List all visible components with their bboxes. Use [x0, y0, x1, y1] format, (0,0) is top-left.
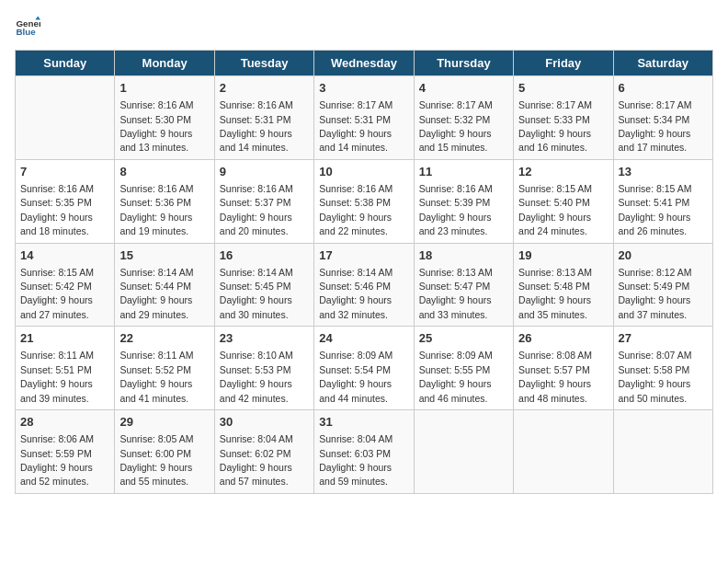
day-number: 19	[518, 247, 608, 264]
calendar-cell: 23Sunrise: 8:10 AM Sunset: 5:53 PM Dayli…	[214, 327, 313, 410]
calendar-body: 1Sunrise: 8:16 AM Sunset: 5:30 PM Daylig…	[16, 76, 713, 494]
day-number: 27	[619, 330, 708, 347]
day-number: 1	[119, 80, 209, 97]
day-of-week-header: Friday	[514, 51, 613, 76]
day-number: 21	[20, 330, 109, 347]
logo: General Blue	[15, 15, 44, 40]
day-number: 6	[619, 80, 708, 97]
calendar-cell: 11Sunrise: 8:16 AM Sunset: 5:39 PM Dayli…	[414, 159, 513, 243]
calendar-cell: 8Sunrise: 8:16 AM Sunset: 5:36 PM Daylig…	[115, 159, 214, 243]
day-info: Sunrise: 8:17 AM Sunset: 5:34 PM Dayligh…	[619, 99, 692, 153]
day-info: Sunrise: 8:17 AM Sunset: 5:32 PM Dayligh…	[419, 99, 493, 153]
day-info: Sunrise: 8:14 AM Sunset: 5:45 PM Dayligh…	[220, 267, 293, 320]
day-number: 31	[319, 414, 408, 431]
day-number: 9	[220, 164, 309, 180]
calendar-week-row: 14Sunrise: 8:15 AM Sunset: 5:42 PM Dayli…	[16, 243, 713, 327]
day-info: Sunrise: 8:08 AM Sunset: 5:57 PM Dayligh…	[518, 350, 592, 403]
calendar-cell: 7Sunrise: 8:16 AM Sunset: 5:35 PM Daylig…	[16, 159, 115, 243]
day-number: 24	[319, 330, 408, 347]
day-number: 8	[119, 164, 209, 180]
calendar-week-row: 21Sunrise: 8:11 AM Sunset: 5:51 PM Dayli…	[16, 327, 713, 410]
calendar-cell: 29Sunrise: 8:05 AM Sunset: 6:00 PM Dayli…	[115, 410, 214, 494]
day-info: Sunrise: 8:16 AM Sunset: 5:30 PM Dayligh…	[119, 99, 193, 153]
day-number: 10	[319, 164, 408, 180]
calendar-cell: 17Sunrise: 8:14 AM Sunset: 5:46 PM Dayli…	[314, 243, 414, 327]
day-number: 3	[319, 80, 408, 97]
calendar-cell: 5Sunrise: 8:17 AM Sunset: 5:33 PM Daylig…	[514, 76, 613, 160]
calendar-week-row: 28Sunrise: 8:06 AM Sunset: 5:59 PM Dayli…	[16, 410, 713, 494]
day-number: 2	[220, 80, 309, 97]
day-info: Sunrise: 8:04 AM Sunset: 6:02 PM Dayligh…	[220, 433, 293, 487]
day-info: Sunrise: 8:07 AM Sunset: 5:58 PM Dayligh…	[619, 350, 692, 403]
day-info: Sunrise: 8:11 AM Sunset: 5:51 PM Dayligh…	[20, 350, 94, 403]
day-info: Sunrise: 8:17 AM Sunset: 5:31 PM Dayligh…	[319, 99, 392, 153]
day-number: 20	[619, 247, 708, 264]
calendar-cell: 26Sunrise: 8:08 AM Sunset: 5:57 PM Dayli…	[514, 327, 613, 410]
day-number: 29	[119, 414, 209, 431]
day-number: 30	[220, 414, 309, 431]
calendar-table: SundayMondayTuesdayWednesdayThursdayFrid…	[15, 50, 713, 494]
logo-icon: General Blue	[15, 15, 40, 40]
day-info: Sunrise: 8:13 AM Sunset: 5:47 PM Dayligh…	[419, 267, 493, 320]
calendar-cell	[613, 410, 712, 494]
day-info: Sunrise: 8:13 AM Sunset: 5:48 PM Dayligh…	[518, 267, 592, 320]
day-number: 4	[419, 80, 508, 97]
day-number: 17	[319, 247, 408, 264]
calendar-cell: 3Sunrise: 8:17 AM Sunset: 5:31 PM Daylig…	[314, 76, 414, 160]
svg-text:Blue: Blue	[16, 27, 36, 37]
day-info: Sunrise: 8:15 AM Sunset: 5:41 PM Dayligh…	[619, 183, 692, 236]
calendar-cell: 9Sunrise: 8:16 AM Sunset: 5:37 PM Daylig…	[214, 159, 313, 243]
calendar-week-row: 1Sunrise: 8:16 AM Sunset: 5:30 PM Daylig…	[16, 76, 713, 160]
day-number: 12	[518, 164, 608, 180]
day-number: 5	[518, 80, 608, 97]
day-info: Sunrise: 8:14 AM Sunset: 5:44 PM Dayligh…	[119, 267, 193, 320]
day-number: 16	[220, 247, 309, 264]
day-info: Sunrise: 8:16 AM Sunset: 5:31 PM Dayligh…	[220, 99, 293, 153]
day-number: 14	[20, 247, 109, 264]
calendar-cell: 6Sunrise: 8:17 AM Sunset: 5:34 PM Daylig…	[613, 76, 712, 160]
calendar-week-row: 7Sunrise: 8:16 AM Sunset: 5:35 PM Daylig…	[16, 159, 713, 243]
day-info: Sunrise: 8:06 AM Sunset: 5:59 PM Dayligh…	[20, 433, 94, 487]
calendar-cell: 18Sunrise: 8:13 AM Sunset: 5:47 PM Dayli…	[414, 243, 513, 327]
day-number: 25	[419, 330, 508, 347]
day-info: Sunrise: 8:04 AM Sunset: 6:03 PM Dayligh…	[319, 433, 392, 487]
day-number: 7	[20, 164, 109, 180]
day-number: 11	[419, 164, 508, 180]
day-of-week-header: Saturday	[613, 51, 712, 76]
calendar-cell: 16Sunrise: 8:14 AM Sunset: 5:45 PM Dayli…	[214, 243, 313, 327]
day-number: 26	[518, 330, 608, 347]
day-of-week-header: Tuesday	[214, 51, 313, 76]
calendar-cell: 24Sunrise: 8:09 AM Sunset: 5:54 PM Dayli…	[314, 327, 414, 410]
calendar-cell: 25Sunrise: 8:09 AM Sunset: 5:55 PM Dayli…	[414, 327, 513, 410]
day-info: Sunrise: 8:16 AM Sunset: 5:35 PM Dayligh…	[20, 183, 94, 236]
calendar-cell: 14Sunrise: 8:15 AM Sunset: 5:42 PM Dayli…	[16, 243, 115, 327]
day-number: 22	[119, 330, 209, 347]
calendar-cell: 30Sunrise: 8:04 AM Sunset: 6:02 PM Dayli…	[214, 410, 313, 494]
day-number: 18	[419, 247, 508, 264]
calendar-cell: 27Sunrise: 8:07 AM Sunset: 5:58 PM Dayli…	[613, 327, 712, 410]
day-info: Sunrise: 8:05 AM Sunset: 6:00 PM Dayligh…	[119, 433, 193, 487]
calendar-cell: 22Sunrise: 8:11 AM Sunset: 5:52 PM Dayli…	[115, 327, 214, 410]
day-of-week-header: Thursday	[414, 51, 513, 76]
day-of-week-header: Sunday	[16, 51, 115, 76]
calendar-cell: 31Sunrise: 8:04 AM Sunset: 6:03 PM Dayli…	[314, 410, 414, 494]
calendar-cell: 28Sunrise: 8:06 AM Sunset: 5:59 PM Dayli…	[16, 410, 115, 494]
day-info: Sunrise: 8:11 AM Sunset: 5:52 PM Dayligh…	[119, 350, 193, 403]
calendar-cell: 12Sunrise: 8:15 AM Sunset: 5:40 PM Dayli…	[514, 159, 613, 243]
day-info: Sunrise: 8:09 AM Sunset: 5:55 PM Dayligh…	[419, 350, 493, 403]
calendar-cell: 13Sunrise: 8:15 AM Sunset: 5:41 PM Dayli…	[613, 159, 712, 243]
day-number: 13	[619, 164, 708, 180]
calendar-cell: 21Sunrise: 8:11 AM Sunset: 5:51 PM Dayli…	[16, 327, 115, 410]
day-info: Sunrise: 8:16 AM Sunset: 5:38 PM Dayligh…	[319, 183, 392, 236]
calendar-cell: 1Sunrise: 8:16 AM Sunset: 5:30 PM Daylig…	[115, 76, 214, 160]
day-number: 15	[119, 247, 209, 264]
calendar-cell: 19Sunrise: 8:13 AM Sunset: 5:48 PM Dayli…	[514, 243, 613, 327]
day-info: Sunrise: 8:15 AM Sunset: 5:40 PM Dayligh…	[518, 183, 592, 236]
day-info: Sunrise: 8:15 AM Sunset: 5:42 PM Dayligh…	[20, 267, 94, 320]
day-info: Sunrise: 8:10 AM Sunset: 5:53 PM Dayligh…	[220, 350, 293, 403]
day-info: Sunrise: 8:16 AM Sunset: 5:39 PM Dayligh…	[419, 183, 493, 236]
calendar-cell	[514, 410, 613, 494]
calendar-cell: 20Sunrise: 8:12 AM Sunset: 5:49 PM Dayli…	[613, 243, 712, 327]
day-info: Sunrise: 8:12 AM Sunset: 5:49 PM Dayligh…	[619, 267, 692, 320]
calendar-cell: 15Sunrise: 8:14 AM Sunset: 5:44 PM Dayli…	[115, 243, 214, 327]
